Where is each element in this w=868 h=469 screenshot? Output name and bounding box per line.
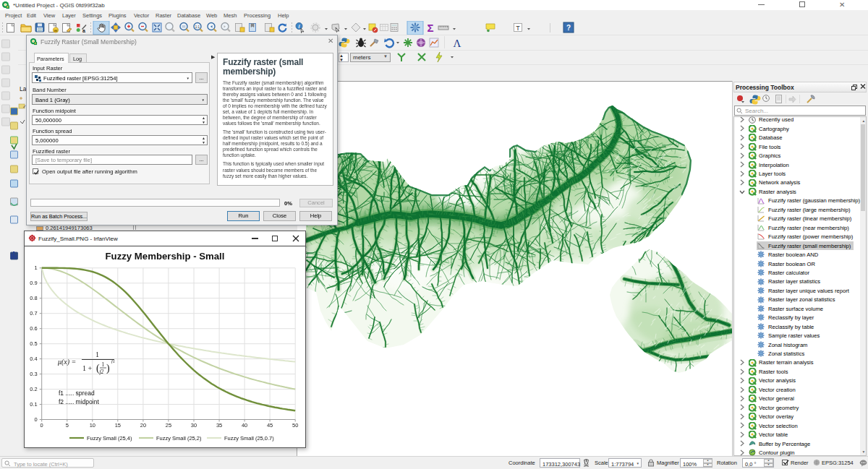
svg-text:f1 ..... spread: f1 ..... spread (59, 390, 95, 397)
svg-text:45: 45 (267, 422, 273, 429)
svg-text:0.1: 0.1 (30, 401, 37, 408)
svg-text:w: w (54, 28, 58, 33)
svg-text:): ) (106, 363, 110, 374)
svg-text:1: 1 (102, 361, 105, 368)
svg-text:f2 ..... midpoint: f2 ..... midpoint (59, 398, 99, 405)
svg-text:0: 0 (35, 416, 38, 423)
svg-text:?: ? (566, 24, 571, 32)
svg-text:μ(x) =: μ(x) = (57, 358, 76, 366)
svg-text:15: 15 (115, 422, 121, 429)
svg-text:Fuzzy Small (25,0.7): Fuzzy Small (25,0.7) (224, 435, 274, 442)
svg-text:0.6: 0.6 (30, 325, 37, 332)
svg-text:1 +: 1 + (82, 364, 93, 372)
svg-text:0.4: 0.4 (30, 356, 37, 362)
svg-text:1:1: 1:1 (195, 25, 200, 29)
svg-text:a: a (82, 28, 85, 33)
svg-text:0.3: 0.3 (30, 371, 37, 377)
svg-text:50: 50 (292, 422, 298, 429)
svg-text:10: 10 (90, 422, 95, 429)
svg-text:0: 0 (41, 422, 43, 429)
svg-text:Λ: Λ (454, 38, 461, 49)
svg-text:Fuzzy Membership - Small: Fuzzy Membership - Small (106, 251, 225, 262)
svg-text:0.7: 0.7 (30, 310, 37, 317)
svg-text:0.5: 0.5 (30, 340, 37, 347)
svg-text:25: 25 (166, 422, 171, 429)
svg-text:0.8: 0.8 (30, 295, 37, 301)
svg-text:1: 1 (95, 350, 99, 358)
svg-text:Fuzzy Small (25,2): Fuzzy Small (25,2) (156, 435, 202, 442)
svg-text:35: 35 (216, 422, 222, 429)
svg-text:f1: f1 (111, 358, 115, 363)
svg-text:40: 40 (242, 422, 247, 429)
svg-text:T: T (516, 25, 520, 32)
svg-text:30: 30 (191, 422, 197, 429)
svg-text:0.9: 0.9 (30, 280, 37, 286)
svg-text:5: 5 (66, 422, 69, 429)
svg-text:Σ: Σ (427, 22, 433, 34)
svg-text:1: 1 (35, 264, 38, 271)
svg-text:0.2: 0.2 (30, 386, 37, 392)
svg-text:f2: f2 (100, 369, 104, 375)
svg-text:20: 20 (140, 422, 146, 429)
svg-text:Fuzzy Small (25,4): Fuzzy Small (25,4) (87, 435, 132, 442)
